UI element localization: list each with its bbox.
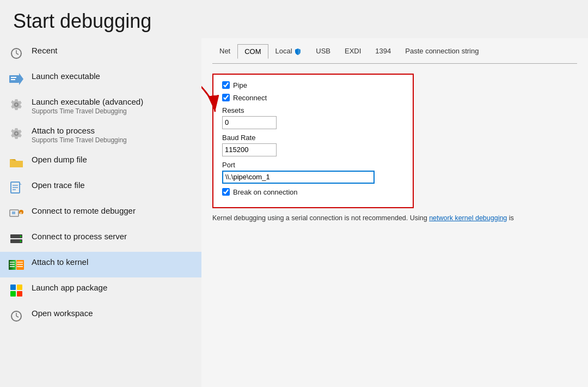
svg-rect-16 bbox=[12, 211, 15, 214]
com-panel-container: Pipe Reconnect Resets Baud Rate Port bbox=[212, 74, 577, 208]
sidebar-item-label-open-trace-file: Open trace file bbox=[32, 180, 85, 191]
svg-rect-32 bbox=[10, 291, 16, 297]
sidebar-item-label-attach-to-process: Attach to process bbox=[32, 125, 127, 136]
sidebar-item-open-trace-file[interactable]: Open trace file bbox=[0, 175, 201, 201]
pipe-checkbox-row: Pipe bbox=[222, 81, 404, 89]
info-suffix: is bbox=[507, 214, 514, 222]
sidebar-item-connect-remote-debugger[interactable]: xConnect to remote debugger bbox=[0, 201, 201, 226]
sidebar-item-attach-to-process[interactable]: Attach to processSupports Time Travel De… bbox=[0, 120, 201, 149]
port-input[interactable] bbox=[222, 171, 375, 184]
sidebar-item-label-open-workspace: Open workspace bbox=[32, 308, 93, 319]
sidebar-item-launch-executable[interactable]: Launch executable bbox=[0, 66, 201, 92]
svg-line-2 bbox=[16, 53, 19, 55]
sidebar-item-sublabel-launch-executable-advanced: Supports Time Travel Debugging bbox=[32, 107, 143, 116]
tab-usb[interactable]: USB bbox=[309, 44, 338, 58]
sidebar-item-open-workspace[interactable]: Open workspace bbox=[0, 303, 201, 329]
tab-paste-connection-string[interactable]: Paste connection string bbox=[398, 44, 486, 58]
tab-com[interactable]: COM bbox=[237, 44, 268, 59]
pipe-checkbox[interactable] bbox=[222, 81, 230, 89]
gear-icon bbox=[9, 126, 24, 141]
sidebar-item-label-connect-process-server: Connect to process server bbox=[32, 231, 127, 242]
clock-icon bbox=[9, 309, 24, 324]
folder-icon bbox=[9, 155, 24, 170]
baud-rate-label: Baud Rate bbox=[222, 134, 404, 142]
info-prefix: Kernel debugging using a serial connecti… bbox=[212, 214, 429, 222]
svg-line-36 bbox=[16, 316, 19, 317]
gear-icon bbox=[9, 97, 24, 112]
sidebar-item-open-dump-file[interactable]: Open dump file bbox=[0, 149, 201, 175]
info-text: Kernel debugging using a serial connecti… bbox=[212, 214, 550, 223]
sidebar-item-label-connect-remote-debugger: Connect to remote debugger bbox=[32, 205, 136, 216]
reconnect-checkbox[interactable] bbox=[222, 94, 230, 101]
page-title: Start debugging bbox=[0, 0, 588, 38]
launch-icon bbox=[9, 71, 24, 87]
svg-rect-33 bbox=[17, 291, 22, 297]
break-on-connection-row: Break on connection bbox=[222, 188, 404, 196]
pipe-label: Pipe bbox=[233, 81, 247, 89]
sidebar-item-recent[interactable]: Recent bbox=[0, 40, 201, 66]
break-on-connection-checkbox[interactable] bbox=[222, 188, 230, 196]
sidebar-item-launch-app-package[interactable]: Launch app package bbox=[0, 277, 201, 303]
com-settings-panel: Pipe Reconnect Resets Baud Rate Port bbox=[212, 74, 414, 208]
app-icon bbox=[9, 283, 24, 298]
sidebar-item-launch-executable-advanced[interactable]: Launch executable (advanced)Supports Tim… bbox=[0, 92, 201, 120]
tabs-bar: NetCOMLocal USBEXDI1394Paste connection … bbox=[212, 44, 577, 59]
reconnect-label: Reconnect bbox=[233, 94, 267, 102]
tab-net[interactable]: Net bbox=[212, 44, 237, 58]
svg-rect-31 bbox=[17, 285, 22, 290]
svg-rect-6 bbox=[11, 79, 15, 80]
clock-icon bbox=[9, 46, 24, 61]
sidebar-item-label-recent: Recent bbox=[32, 45, 58, 56]
remote-icon: x bbox=[9, 206, 24, 221]
sidebar-item-sublabel-attach-to-process: Supports Time Travel Debugging bbox=[32, 136, 127, 145]
svg-rect-30 bbox=[10, 285, 16, 290]
sidebar-item-label-launch-executable-advanced: Launch executable (advanced) bbox=[32, 96, 143, 107]
process-server-icon bbox=[9, 232, 24, 247]
tab-exdi[interactable]: EXDI bbox=[338, 44, 368, 58]
port-label: Port bbox=[222, 161, 404, 169]
tab-local[interactable]: Local bbox=[268, 44, 309, 59]
svg-marker-4 bbox=[19, 73, 23, 85]
sidebar-item-label-launch-app-package: Launch app package bbox=[32, 282, 107, 293]
right-panel: NetCOMLocal USBEXDI1394Paste connection … bbox=[201, 38, 588, 387]
network-debugging-link[interactable]: network kernel debugging bbox=[429, 214, 507, 222]
svg-text:x: x bbox=[20, 211, 22, 215]
sidebar: RecentLaunch executableLaunch executable… bbox=[0, 38, 201, 387]
kernel-icon bbox=[9, 257, 24, 273]
svg-rect-22 bbox=[9, 260, 16, 270]
svg-marker-11 bbox=[19, 182, 22, 185]
baud-rate-input[interactable] bbox=[222, 143, 277, 156]
break-on-connection-label: Break on connection bbox=[233, 188, 298, 196]
svg-rect-5 bbox=[11, 77, 16, 78]
reconnect-checkbox-row: Reconnect bbox=[222, 94, 404, 102]
svg-point-19 bbox=[20, 235, 22, 237]
resets-label: Resets bbox=[222, 106, 404, 114]
sidebar-item-connect-process-server[interactable]: Connect to process server bbox=[0, 226, 201, 252]
file-icon bbox=[9, 180, 24, 196]
tab-1394[interactable]: 1394 bbox=[368, 44, 398, 58]
svg-point-20 bbox=[20, 240, 22, 242]
sidebar-item-label-attach-to-kernel: Attach to kernel bbox=[32, 257, 88, 268]
resets-input[interactable] bbox=[222, 116, 277, 129]
sidebar-item-attach-to-kernel[interactable]: Attach to kernel bbox=[0, 252, 201, 277]
svg-rect-23 bbox=[16, 260, 24, 270]
sidebar-item-label-open-dump-file: Open dump file bbox=[32, 154, 87, 165]
sidebar-item-label-launch-executable: Launch executable bbox=[32, 71, 100, 82]
